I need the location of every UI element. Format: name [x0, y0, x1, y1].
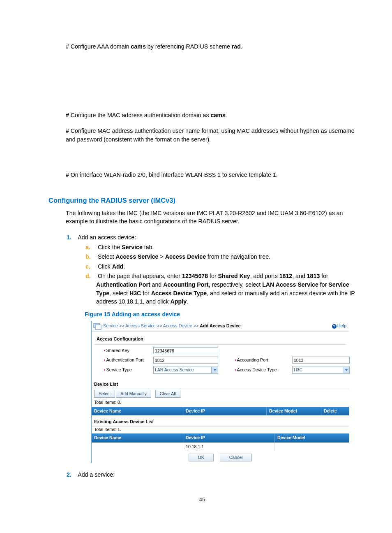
text: .: [187, 298, 188, 305]
text: .: [226, 112, 227, 118]
cell-name: [92, 443, 183, 451]
text: , select: [109, 290, 129, 297]
intro: The following takes the IMC (the IMC ver…: [66, 209, 356, 226]
ok-button[interactable]: OK: [189, 454, 214, 461]
cancel-button[interactable]: Cancel: [220, 454, 252, 461]
shared-key-input[interactable]: [153, 347, 218, 354]
bold: Add: [112, 263, 124, 270]
paragraph: # Configure AAA domain cams by referenci…: [66, 42, 356, 51]
text: for: [141, 290, 151, 297]
bold: Authentication Port: [96, 281, 150, 288]
bold: rad: [232, 43, 241, 50]
bold: Access Device Type: [151, 290, 207, 297]
text: Click: [98, 263, 112, 270]
th-name: Device Name: [92, 433, 183, 442]
th-delete: Delete: [321, 407, 349, 415]
dev-type-value: H3C: [294, 367, 302, 373]
step-1a: a. Click the Service tab.: [85, 243, 356, 252]
label-service-type: Service Type: [104, 367, 153, 373]
crumb-sep: >>: [118, 323, 125, 328]
text: from the navigation tree.: [206, 253, 270, 260]
bold: Apply: [171, 298, 187, 305]
bold: Shared Key: [218, 273, 250, 279]
window-icon: [93, 322, 101, 330]
label-acct-port: Accounting Port: [235, 357, 292, 364]
label-dev-type: Access Device Type: [235, 367, 292, 373]
text: for: [320, 273, 328, 279]
bold: cams: [211, 112, 226, 118]
add-manually-button[interactable]: Add Manually: [116, 390, 151, 398]
bold: H3C: [129, 290, 141, 297]
bold: Service: [122, 244, 143, 250]
figure-caption: Figure 15 Adding an access device: [85, 310, 356, 318]
sub-letter: c.: [85, 262, 96, 271]
text: >: [158, 253, 165, 260]
label-shared-key: Shared Key: [104, 348, 153, 354]
step-number: 1.: [67, 233, 76, 242]
text: for: [318, 281, 328, 288]
bold: 1812: [279, 273, 293, 279]
text: by referencing RADIUS scheme: [146, 43, 232, 50]
total-items-0: Total Items: 0.: [92, 399, 349, 406]
crumb-access-device[interactable]: Access Device: [163, 323, 192, 328]
crumb-service[interactable]: Service: [103, 323, 118, 328]
table-header: Device Name Device IP Device Model Delet…: [92, 407, 349, 415]
figure-15: Service >> Access Service >> Access Devi…: [91, 321, 349, 463]
section-access-config: Access Configuration: [94, 334, 346, 344]
section-device-list: Device List: [92, 380, 349, 389]
auth-port-input[interactable]: [153, 357, 218, 364]
cell-ip: 10.18.1.1: [183, 443, 275, 451]
text: respectively, select: [210, 281, 262, 288]
help-icon: ?: [332, 324, 337, 329]
th-name: Device Name: [92, 407, 183, 415]
bold: LAN Access Service: [262, 281, 318, 288]
bold: cams: [131, 43, 146, 50]
sub-letter: b.: [85, 253, 96, 261]
step-1: 1. Add an access device: a. Click the Se…: [67, 233, 356, 306]
th-model: Device Model: [275, 433, 349, 442]
label-auth-port: Authentication Port: [104, 357, 153, 364]
table-row: 10.18.1.1: [92, 443, 349, 451]
text: On the page that appears, enter: [98, 273, 182, 279]
bold: Access Device: [165, 253, 206, 260]
step-text: Add an access device:: [78, 234, 136, 241]
dev-type-select[interactable]: H3C: [292, 366, 350, 374]
text: for: [208, 273, 218, 279]
service-type-value: LAN Access Service: [155, 367, 194, 373]
service-type-select[interactable]: LAN Access Service: [153, 366, 218, 374]
text: Click the: [98, 244, 122, 250]
text: .: [241, 43, 242, 50]
sub-letter: a.: [85, 243, 96, 252]
crumb-access-service[interactable]: Access Service: [125, 323, 156, 328]
text: .: [123, 263, 125, 270]
breadcrumb: Service >> Access Service >> Access Devi…: [92, 321, 349, 332]
chevron-down-icon: [211, 367, 218, 373]
text: , and: [292, 273, 307, 279]
crumb-sep: >>: [156, 323, 163, 328]
bold: 12345678: [182, 273, 208, 279]
paragraph: # On interface WLAN-radio 2/0, bind inte…: [66, 171, 356, 179]
total-items-1: Total Items: 1.: [92, 426, 349, 433]
text: # Configure AAA domain: [66, 43, 131, 50]
step-number: 2.: [67, 470, 76, 479]
paragraph: # Configure MAC address authentication u…: [66, 127, 356, 144]
text: Select: [98, 253, 115, 260]
text: # Configure the MAC address authenticati…: [66, 112, 211, 118]
svg-rect-1: [95, 325, 101, 329]
th-ip: Device IP: [183, 433, 275, 442]
acct-port-input[interactable]: [292, 357, 350, 364]
step-1c: c. Click Add.: [85, 262, 356, 271]
bold: 1813: [307, 273, 320, 279]
text: tab.: [143, 244, 154, 250]
help-link[interactable]: ?Help: [332, 323, 346, 329]
cell-model: [275, 443, 349, 451]
step-1b: b. Select Access Service > Access Device…: [85, 253, 356, 261]
th-model: Device Model: [267, 407, 321, 415]
text: , add ports: [250, 273, 279, 279]
bold: Access Service: [115, 253, 158, 260]
step-2: 2. Add a service:: [67, 470, 356, 479]
chevron-down-icon: [343, 367, 349, 373]
crumb-current: Add Access Device: [200, 323, 240, 328]
clear-all-button[interactable]: Clear All: [155, 390, 180, 398]
select-button[interactable]: Select: [94, 390, 115, 398]
